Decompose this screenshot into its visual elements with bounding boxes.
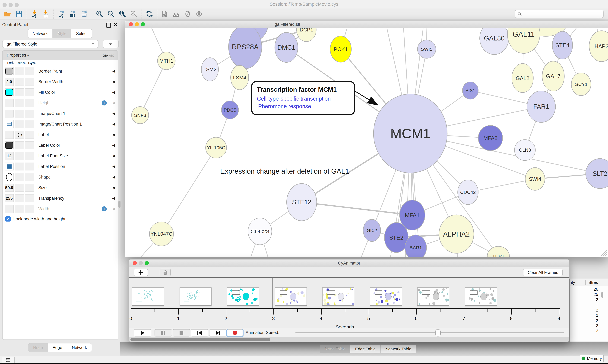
byp-cell[interactable] — [25, 194, 34, 202]
stop-button[interactable] — [173, 329, 190, 337]
table-row[interactable]: 2 — [570, 297, 600, 302]
clear-all-frames-button[interactable]: Clear All Frames — [523, 269, 563, 276]
properties-header[interactable]: Properties ▾ ≫ ≪ — [2, 51, 118, 60]
byp-cell[interactable] — [25, 163, 34, 170]
table-row[interactable]: 2 — [570, 318, 600, 323]
map-cell[interactable] — [15, 99, 24, 107]
canvas-caption[interactable]: Expression change after deletion of GAL1 — [220, 167, 349, 175]
expand-row-icon[interactable]: ◀ — [112, 140, 115, 151]
column-centrality[interactable]: ity — [571, 280, 575, 285]
def-cell[interactable] — [5, 163, 14, 170]
property-row-image-chart-1[interactable]: Image/Chart 1◀ — [2, 108, 118, 119]
show-annotations-button[interactable] — [194, 9, 204, 18]
tab-network[interactable]: Network — [28, 29, 52, 38]
def-cell[interactable] — [5, 120, 14, 128]
tab-style[interactable]: Style — [53, 29, 71, 38]
table-row[interactable]: 2 — [570, 313, 600, 318]
node-gal7[interactable]: GAL7 — [542, 61, 564, 91]
node-hap2[interactable]: HAP2 — [589, 31, 608, 62]
birdseye-button[interactable] — [172, 9, 181, 18]
expand-row-icon[interactable]: ◀ — [112, 161, 115, 172]
delete-frame-button[interactable] — [160, 269, 171, 276]
def-cell[interactable] — [5, 173, 14, 181]
expand-row-icon[interactable]: ◀ — [112, 172, 115, 182]
annotation-callout[interactable]: Transcription factor MCM1Cell-type-speci… — [252, 82, 354, 115]
hscrollbar-thumb[interactable] — [130, 338, 270, 341]
expand-row-icon[interactable]: ◀ — [112, 130, 115, 140]
property-row-size[interactable]: 50.0Size◀ — [2, 182, 118, 193]
hide-annotations-button[interactable] — [183, 9, 192, 18]
node-gic2[interactable]: GIC2 — [363, 219, 381, 241]
expand-row-icon[interactable]: ◀ — [112, 151, 115, 161]
map-cell[interactable] — [15, 78, 24, 86]
def-cell[interactable] — [5, 88, 14, 96]
node-rps28a[interactable]: RPS28A — [229, 28, 262, 69]
def-cell[interactable]: 255 — [5, 194, 14, 202]
table-scrollbar[interactable] — [601, 292, 603, 298]
tab-network[interactable]: Network — [67, 343, 92, 352]
annotation-link[interactable]: Pheromone response — [258, 103, 311, 109]
property-row-width[interactable]: Widthi◀ — [2, 204, 118, 214]
node-alpha2[interactable]: ALPHA2 — [439, 215, 474, 253]
refresh-button[interactable] — [145, 9, 154, 18]
node-slt2[interactable]: SLT2 — [586, 159, 608, 189]
node-ste4[interactable]: STE4 — [552, 31, 573, 59]
map-cell[interactable] — [15, 173, 24, 181]
node-swi4[interactable]: SWI4 — [525, 168, 545, 190]
expand-row-icon[interactable]: ◀ — [112, 119, 115, 129]
skip-start-button[interactable] — [191, 329, 208, 337]
playhead[interactable] — [272, 278, 273, 309]
def-cell[interactable]: 50.0 — [5, 184, 14, 192]
task-history-button[interactable] — [2, 357, 14, 363]
property-row-image-chart-position-1[interactable]: Image/Chart Position 1◀ — [2, 119, 118, 130]
property-row-shape[interactable]: Shape◀ — [2, 172, 118, 183]
frame-thumbnail-0[interactable] — [132, 287, 164, 305]
resize-grip-icon[interactable] — [605, 254, 607, 256]
property-row-label[interactable]: ⋮›Label◀ — [2, 130, 118, 140]
node-tup1[interactable]: TUP1 — [487, 246, 509, 257]
def-cell[interactable]: 2.0 — [5, 78, 14, 86]
tab-edge[interactable]: Edge — [48, 343, 67, 352]
byp-cell[interactable] — [25, 110, 34, 117]
property-row-label-color[interactable]: Label Color◀ — [2, 140, 118, 151]
map-cell[interactable] — [15, 163, 24, 170]
frame-thumbnail-1[interactable] — [180, 287, 211, 305]
property-row-border-width[interactable]: 2.0Border Width◀ — [2, 77, 118, 87]
def-cell[interactable] — [5, 131, 14, 139]
node-far1[interactable]: FAR1 — [527, 91, 555, 122]
annotation-link[interactable]: Cell-type-specific transcription — [257, 95, 331, 102]
export-table-button[interactable] — [68, 9, 77, 18]
expand-row-icon[interactable]: ◀ — [112, 77, 115, 87]
node-mth1[interactable]: MTH1 — [158, 52, 175, 70]
map-cell[interactable] — [15, 88, 24, 96]
export-network-button[interactable] — [57, 9, 66, 18]
expand-all-icon[interactable]: ≫ — [103, 53, 108, 58]
frame-thumbnail-4[interactable] — [322, 287, 354, 305]
search-box[interactable] — [515, 10, 604, 18]
byp-cell[interactable] — [25, 88, 34, 96]
def-cell[interactable] — [5, 110, 14, 117]
resize-grip-icon[interactable] — [603, 252, 607, 256]
def-cell[interactable] — [5, 141, 14, 149]
node-snf3[interactable]: SNF3 — [132, 106, 149, 124]
expand-row-icon[interactable]: ◀ — [112, 98, 115, 108]
tab-select[interactable]: Select — [71, 29, 92, 38]
record-button[interactable] — [227, 329, 243, 337]
node-mcm1[interactable]: MCM1 — [373, 94, 447, 173]
column-divider[interactable] — [585, 280, 586, 285]
node-ste12[interactable]: STE12 — [287, 183, 317, 221]
tab-network-table[interactable]: Network Table — [381, 345, 416, 353]
byp-cell[interactable] — [25, 152, 34, 160]
node-pdc5[interactable]: PDC5 — [221, 101, 239, 119]
play-button[interactable] — [134, 329, 151, 337]
info-icon[interactable]: i — [102, 100, 107, 105]
cyanimator-hscrollbar[interactable] — [129, 337, 569, 342]
property-row-border-paint[interactable]: Border Paint◀ — [2, 66, 118, 77]
open-folder-button[interactable] — [3, 9, 12, 18]
zoom-selected-button[interactable] — [129, 9, 138, 18]
property-row-transparency[interactable]: 255Transparency◀ — [2, 193, 118, 204]
node-gal80[interactable]: GAL80 — [480, 28, 509, 54]
animation-speed-slider[interactable] — [295, 332, 564, 333]
expand-row-icon[interactable]: ◀ — [112, 193, 115, 204]
byp-cell[interactable] — [25, 120, 34, 128]
